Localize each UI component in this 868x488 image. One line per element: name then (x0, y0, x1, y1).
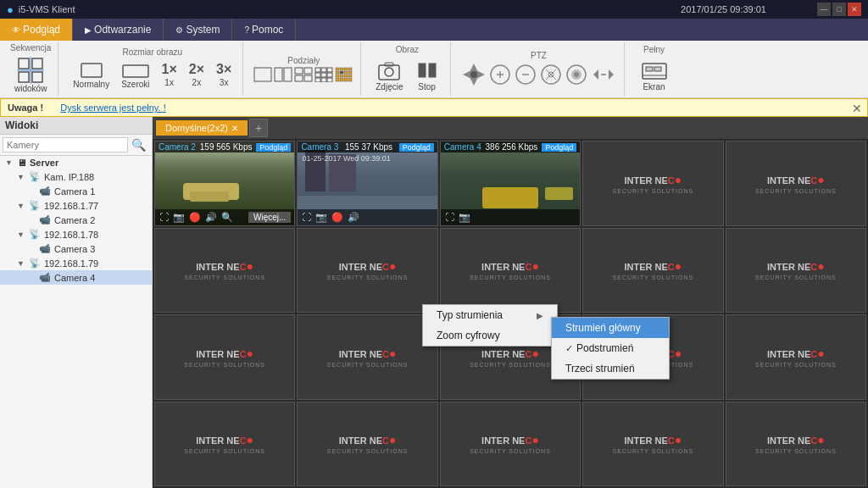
alert-close-button[interactable]: ✕ (852, 102, 862, 115)
tree-cam4[interactable]: 📹 Camera 4 (0, 270, 152, 285)
submenu-strumien-glowny[interactable]: Strumień główny (552, 318, 669, 338)
internec-logo-18: INTER NEC● SECURITY SOLUTIONS (470, 433, 551, 454)
tree-cam2[interactable]: 📹 Camera 2 (0, 213, 152, 227)
close-button[interactable]: ✕ (848, 3, 861, 16)
ptz-iris-close-icon[interactable] (565, 63, 588, 86)
cam-cell-6[interactable]: INTER NEC● SECURITY SOLUTIONS (154, 228, 295, 313)
ptz-directional-icon[interactable] (461, 62, 487, 87)
cam-cell-20[interactable]: INTER NEC● SECURITY SOLUTIONS (726, 402, 866, 487)
submenu-podstrumien[interactable]: ✓ Podstrumień (552, 338, 669, 358)
tree-ip-177[interactable]: ▼ 📡 192.168.1.77 (0, 198, 152, 213)
cam2-record-btn[interactable]: 🔴 (188, 211, 202, 224)
cam-2-preview-btn[interactable]: Podgląd (256, 143, 291, 152)
grid-2x2-icon[interactable] (294, 67, 313, 82)
ctx-typ-strumienia[interactable]: Typ strumienia ▶ (423, 305, 557, 325)
cam-cell-4[interactable]: INTER NEC● SECURITY SOLUTIONS (582, 141, 723, 226)
cam-3-preview-btn[interactable]: Podgląd (399, 143, 434, 152)
cam-cell-17[interactable]: INTER NEC● SECURITY SOLUTIONS (297, 402, 437, 487)
svg-rect-17 (327, 68, 332, 72)
internec-logo-12: INTER NEC● SECURITY SOLUTIONS (327, 347, 409, 368)
zoom-1x-btn[interactable]: 1× 1x (158, 60, 181, 90)
svg-rect-36 (336, 78, 339, 81)
menu-tab-system[interactable]: ⚙ System (164, 19, 232, 41)
ptz-zoom-out-icon[interactable] (514, 63, 537, 86)
cam4-snapshot-btn[interactable]: 📷 (458, 211, 471, 224)
camera-icon (376, 58, 402, 82)
ip-179-label: 192.168.1.79 (44, 258, 98, 269)
svg-rect-22 (321, 78, 326, 82)
minimize-button[interactable]: — (817, 3, 831, 16)
ptz-iris-open-icon[interactable] (539, 63, 563, 86)
cam-cell-5[interactable]: INTER NEC● SECURITY SOLUTIONS (726, 141, 866, 226)
cam-cell-18[interactable]: INTER NEC● SECURITY SOLUTIONS (440, 402, 581, 487)
grid-3x3-icon[interactable] (314, 67, 333, 82)
cam2-fullscreen-btn[interactable]: ⛶ (159, 211, 170, 223)
cam2-more-btn[interactable]: Więcej... (248, 212, 291, 223)
cam-cell-7[interactable]: INTER NEC● SECURITY SOLUTIONS (297, 228, 437, 313)
ptz-zoom-icon[interactable] (488, 63, 512, 86)
stop-button[interactable]: Stop (411, 56, 443, 94)
cam-cell-12[interactable]: INTER NEC● SECURITY SOLUTIONS (297, 314, 437, 400)
cam-tab-add-button[interactable]: + (249, 119, 268, 137)
server-label: Server (30, 158, 58, 168)
grid-1x2-icon[interactable] (274, 67, 292, 82)
camera-tab-bar: Domyślne(2x2) ✕ + (153, 117, 868, 139)
search-button[interactable]: 🔍 (128, 137, 149, 152)
svg-rect-33 (340, 75, 343, 77)
cam-cell-1[interactable]: Camera 2 159 565 Kbps Podgląd ⛶ 📷 🔴 🔊 (154, 141, 295, 226)
zoom-2x-btn[interactable]: 2× 2x (185, 60, 209, 90)
menu-tab-pomoc[interactable]: ? Pomoc (232, 19, 296, 41)
cam2-mic-btn[interactable]: 🔍 (220, 211, 234, 224)
menu-tab-podglad[interactable]: 👁 Podgląd (0, 19, 73, 41)
cam-cell-2[interactable]: Camera 3 155 37 Kbps Podgląd 01-25-2017 … (297, 141, 437, 226)
cam-cell-10[interactable]: INTER NEC● SECURITY SOLUTIONS (726, 228, 866, 313)
svg-rect-13 (295, 75, 303, 81)
zoom-3x-label: 3x (220, 78, 229, 87)
normalny-icon (80, 61, 103, 80)
cam2-snapshot-btn[interactable]: 📷 (172, 211, 186, 224)
cam-cell-11[interactable]: INTER NEC● SECURITY SOLUTIONS (154, 314, 295, 400)
grid-orange-icon[interactable] (335, 67, 353, 82)
cam-tab-default[interactable]: Domyślne(2x2) ✕ (156, 120, 248, 136)
tree-ip-188[interactable]: ▼ 📡 Kam. IP.188 (0, 169, 152, 184)
rozmiar-szeroki-btn[interactable]: Szeroki (117, 58, 153, 92)
submenu-trzeci-strumien[interactable]: Trzeci strumień (552, 358, 669, 379)
camera-area: Domyślne(2x2) ✕ + Camera 2 159 565 Kbps … (153, 117, 868, 488)
tree-cam1[interactable]: 📹 Camera 1 (0, 184, 152, 198)
ptz-focus-icon[interactable] (590, 63, 617, 86)
cam3-label: Camera 3 (54, 244, 95, 254)
ctx-zoom-cyfrowy[interactable]: Zoom cyfrowy (423, 325, 557, 346)
svg-rect-11 (295, 68, 303, 74)
cam-cell-16[interactable]: INTER NEC● SECURITY SOLUTIONS (154, 402, 295, 487)
grid-1x1-icon[interactable] (253, 67, 272, 82)
cam4-fullscreen-btn[interactable]: ⛶ (444, 211, 455, 223)
cam-3-header: Camera 3 155 37 Kbps Podgląd (298, 141, 437, 152)
tree-cam3[interactable]: 📹 Camera 3 (0, 241, 152, 256)
cam-cell-9[interactable]: INTER NEC● SECURITY SOLUTIONS (582, 228, 723, 313)
tree-server[interactable]: ▼ 🖥 Server (0, 156, 152, 169)
cam3-audio-btn[interactable]: 🔊 (347, 211, 360, 224)
cam3-record-btn[interactable]: 🔴 (331, 211, 344, 224)
menu-tab-odtwarzanie[interactable]: ▶ Odtwarzanie (73, 19, 164, 41)
cam-tab-close-button[interactable]: ✕ (231, 124, 238, 133)
alert-message[interactable]: Dysk serwera jest pełny. ! (60, 103, 166, 113)
tree-ip-179[interactable]: ▼ 📡 192.168.1.79 (0, 256, 152, 270)
cam3-snapshot-btn[interactable]: 📷 (314, 211, 328, 224)
sequence-button[interactable]: widoków (10, 54, 51, 96)
fullscreen-button[interactable]: Ekran (635, 56, 674, 94)
zoom-3x-btn[interactable]: 3× 3x (212, 60, 236, 90)
alert-bar: Uwaga ! Dysk serwera jest pełny. ! ✕ (0, 98, 868, 117)
maximize-button[interactable]: □ (832, 3, 846, 16)
snapshot-button[interactable]: Zdjęcie (371, 56, 407, 94)
cam-cell-3[interactable]: Camera 4 386 256 Kbps Podgląd ⛶ 📷 (440, 141, 581, 226)
tree-ip-178[interactable]: ▼ 📡 192.168.1.78 (0, 227, 152, 241)
cam3-fullscreen-btn[interactable]: ⛶ (301, 211, 312, 223)
rozmiar-normalny-btn[interactable]: Normalny (69, 58, 114, 92)
cam2-audio-btn[interactable]: 🔊 (204, 211, 218, 224)
cam-cell-15[interactable]: INTER NEC● SECURITY SOLUTIONS (726, 314, 866, 400)
search-input[interactable] (3, 137, 128, 152)
cam-cell-19[interactable]: INTER NEC● SECURITY SOLUTIONS (582, 402, 723, 487)
cam-cell-8[interactable]: INTER NEC● SECURITY SOLUTIONS (440, 228, 581, 313)
cam-4-preview-btn[interactable]: Podgląd (542, 143, 576, 152)
snapshot-label: Zdjęcie (376, 82, 403, 92)
